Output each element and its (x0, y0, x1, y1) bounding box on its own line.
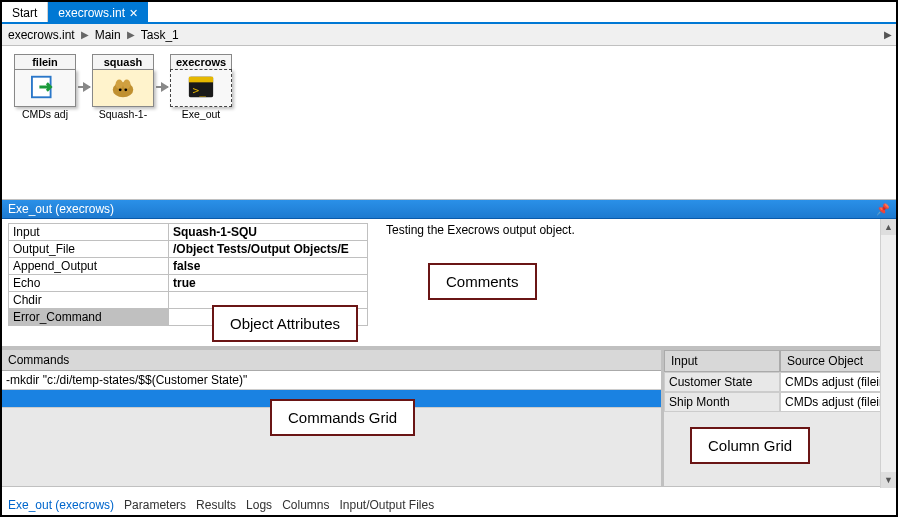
comments-panel[interactable]: Testing the Execrows output object. (382, 219, 896, 346)
comments-text: Testing the Execrows output object. (386, 223, 575, 237)
node-title: execrows (170, 54, 232, 69)
detail-panel-header: Exe_out (execrows) 📌 (2, 200, 896, 219)
scrollbar-vertical[interactable]: ▲ ▼ (880, 219, 896, 488)
svg-point-2 (116, 79, 123, 88)
tab-label: Start (12, 6, 37, 20)
breadcrumb: execrows.int ▶ Main ▶ Task_1 ▶ (2, 24, 896, 46)
command-row[interactable] (2, 390, 661, 408)
svg-point-3 (123, 79, 130, 88)
attr-val[interactable]: false (169, 258, 368, 275)
attr-key[interactable]: Input (9, 224, 169, 241)
attr-key[interactable]: Chdir (9, 292, 169, 309)
footer-tab-columns[interactable]: Columns (282, 498, 329, 512)
attr-val[interactable]: /Object Tests/Output Objects/E (169, 241, 368, 258)
breadcrumb-item[interactable]: execrows.int (8, 28, 75, 42)
design-canvas[interactable]: filein CMDs adj squash Squash-1- execrow… (2, 46, 896, 200)
column-grid[interactable]: Input Source Object Customer State CMDs … (664, 350, 896, 486)
node-body: >_ (170, 69, 232, 107)
scroll-down-icon[interactable]: ▼ (881, 472, 896, 488)
breadcrumb-item[interactable]: Main (95, 28, 121, 42)
tab-start[interactable]: Start (2, 2, 48, 22)
chevron-right-icon: ▶ (127, 29, 135, 40)
node-squash[interactable]: squash Squash-1- (92, 54, 154, 120)
table-row: InputSquash-1-SQU (9, 224, 368, 241)
col-input[interactable]: Customer State (664, 372, 780, 392)
footer-tab-logs[interactable]: Logs (246, 498, 272, 512)
table-row: Echotrue (9, 275, 368, 292)
table-row: Chdir (9, 292, 368, 309)
svg-point-4 (119, 88, 122, 91)
node-execrows[interactable]: execrows >_ Exe_out (170, 54, 232, 120)
col-source[interactable]: CMDs adjust (filein) (780, 392, 896, 412)
tab-active[interactable]: execrows.int ✕ (48, 2, 148, 22)
footer-tab-io[interactable]: Input/Output Files (339, 498, 434, 512)
node-label: Exe_out (170, 108, 232, 120)
attr-key[interactable]: Output_File (9, 241, 169, 258)
table-row: Customer State CMDs adjust (filein) (664, 372, 896, 392)
table-row: Append_Outputfalse (9, 258, 368, 275)
close-icon[interactable]: ✕ (129, 7, 138, 20)
attr-val[interactable]: Squash-1-SQU (169, 224, 368, 241)
attr-key[interactable]: Append_Output (9, 258, 169, 275)
attr-val[interactable]: true (169, 275, 368, 292)
detail-panel: InputSquash-1-SQU Output_File/Object Tes… (2, 219, 896, 509)
command-row[interactable]: -mkdir "c:/di/temp-states/$$(Customer St… (2, 371, 661, 390)
tab-label: execrows.int (58, 6, 125, 20)
node-title: squash (92, 54, 154, 69)
connector-arrow-icon (156, 86, 168, 88)
attr-key[interactable]: Echo (9, 275, 169, 292)
squash-icon (108, 73, 138, 104)
footer-tab-parameters[interactable]: Parameters (124, 498, 186, 512)
footer-tab-exe[interactable]: Exe_out (execrows) (8, 498, 114, 512)
node-title: filein (14, 54, 76, 69)
breadcrumb-overflow-icon[interactable]: ▶ (884, 29, 892, 40)
table-row: Error_Command (9, 309, 368, 326)
table-row: Output_File/Object Tests/Output Objects/… (9, 241, 368, 258)
node-label: Squash-1- (92, 108, 154, 120)
node-label: CMDs adj (14, 108, 76, 120)
object-attributes-grid[interactable]: InputSquash-1-SQU Output_File/Object Tes… (2, 219, 382, 346)
node-body (14, 69, 76, 107)
commands-header: Commands (2, 350, 661, 371)
breadcrumb-item[interactable]: Task_1 (141, 28, 179, 42)
svg-rect-7 (189, 76, 213, 82)
svg-point-5 (124, 88, 127, 91)
attr-key[interactable]: Error_Command (9, 309, 169, 326)
col-header-source[interactable]: Source Object (780, 350, 896, 372)
footer-tabs: Exe_out (execrows) Parameters Results Lo… (8, 498, 434, 512)
node-body (92, 69, 154, 107)
commands-grid[interactable]: Commands -mkdir "c:/di/temp-states/$$(Cu… (2, 350, 664, 486)
chevron-right-icon: ▶ (81, 29, 89, 40)
detail-title: Exe_out (execrows) (8, 202, 114, 216)
svg-text:>_: >_ (193, 83, 207, 96)
terminal-icon: >_ (186, 73, 216, 104)
attr-val[interactable] (169, 309, 368, 326)
col-header-input[interactable]: Input (664, 350, 780, 372)
table-row: Ship Month CMDs adjust (filein) (664, 392, 896, 412)
node-filein[interactable]: filein CMDs adj (14, 54, 76, 120)
pin-icon[interactable]: 📌 (876, 203, 890, 216)
attr-val[interactable] (169, 292, 368, 309)
col-input[interactable]: Ship Month (664, 392, 780, 412)
footer-tab-results[interactable]: Results (196, 498, 236, 512)
filein-icon (30, 73, 60, 104)
col-source[interactable]: CMDs adjust (filein) (780, 372, 896, 392)
connector-arrow-icon (78, 86, 90, 88)
scroll-up-icon[interactable]: ▲ (881, 219, 896, 235)
